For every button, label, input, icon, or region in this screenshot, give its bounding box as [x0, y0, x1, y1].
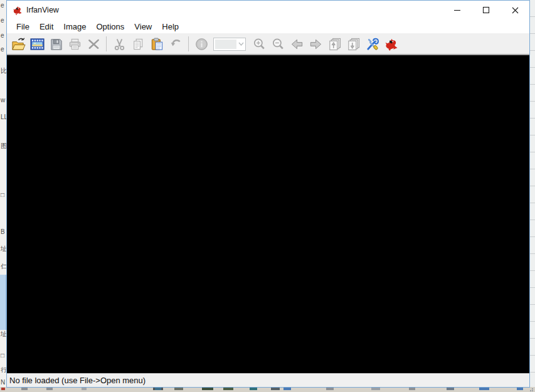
minimize-button[interactable] [443, 1, 472, 19]
irfanview-window: IrfanView [6, 0, 530, 388]
chevron-down-icon [238, 42, 244, 46]
arrow-right-icon [309, 37, 323, 51]
properties-button[interactable] [363, 35, 381, 53]
info-circle-icon [194, 37, 209, 51]
paste-clipboard-icon [150, 37, 164, 51]
bg-icon-fragment [46, 388, 53, 390]
menu-file[interactable]: File [11, 21, 34, 33]
save-button[interactable] [46, 35, 65, 53]
copy-pages-icon [131, 37, 146, 51]
bg-text-fragment: 址 [1, 246, 6, 252]
bg-icon-fragment [223, 388, 233, 390]
close-button[interactable] [501, 1, 529, 19]
bg-text-fragment: 图 [1, 143, 6, 149]
info-button[interactable] [192, 35, 211, 53]
last-page-button[interactable] [344, 35, 363, 53]
copy-button[interactable] [129, 35, 147, 53]
previous-image-button[interactable] [287, 35, 306, 53]
zoom-combobox[interactable] [213, 38, 246, 51]
menu-view[interactable]: View [129, 21, 157, 33]
first-page-button[interactable] [325, 35, 344, 53]
delete-x-icon [87, 37, 101, 51]
bg-text-fragment: □ [1, 192, 4, 198]
slideshow-button[interactable] [28, 35, 46, 53]
bg-icon-fragment [326, 388, 334, 390]
minimize-icon [453, 6, 461, 14]
menu-help[interactable]: Help [157, 21, 184, 33]
zoom-out-icon [271, 37, 285, 51]
maximize-button[interactable] [472, 1, 501, 19]
arrow-left-icon [290, 37, 304, 51]
image-canvas[interactable] [7, 55, 529, 373]
bg-icon-fragment [155, 388, 161, 390]
resize-grip [530, 388, 534, 391]
zoom-out-button[interactable] [268, 35, 287, 53]
bg-text-fragment: e [1, 18, 4, 24]
pages-arrow-down-icon [346, 37, 361, 51]
bg-icon-fragment [202, 388, 213, 390]
next-image-button[interactable] [306, 35, 325, 53]
cut-button[interactable] [110, 35, 129, 53]
menu-options[interactable]: Options [92, 21, 130, 33]
print-button[interactable] [65, 35, 84, 53]
bg-icon-fragment [517, 388, 523, 390]
paste-button[interactable] [147, 35, 166, 53]
toolbar-separator [188, 36, 189, 51]
menu-edit[interactable]: Edit [34, 21, 58, 33]
maximize-icon [482, 6, 490, 14]
undo-arrow-icon [169, 37, 183, 51]
menu-bar: File Edit Image Options View Help [7, 19, 529, 34]
bg-text-fragment: 比 [1, 68, 6, 74]
window-controls [443, 1, 529, 19]
toolbar [7, 34, 529, 55]
slideshow-icon [30, 37, 45, 51]
bg-icon-fragment [447, 388, 454, 390]
toolbar-separator [106, 36, 107, 51]
bg-icon-fragment [371, 388, 380, 390]
background-app-bottom-sliver [0, 387, 535, 392]
bg-icon-fragment [174, 388, 183, 390]
wrench-screwdriver-icon [365, 37, 379, 51]
open-button[interactable] [9, 35, 28, 53]
undo-button[interactable] [166, 35, 185, 53]
printer-icon [68, 37, 82, 51]
zoom-value-input[interactable] [215, 40, 236, 49]
screen: e e e e 比 w LL 图 □ B 址 仁 址 □ 行 N [0, 0, 535, 392]
bg-selection-highlight [0, 275, 6, 330]
bg-icon-fragment [1, 388, 5, 390]
status-text: No file loaded (use File->Open menu) [9, 376, 146, 385]
bg-icon-fragment [283, 388, 291, 390]
bg-text-fragment: e [1, 33, 4, 39]
bg-text-fragment: w [1, 97, 5, 103]
bg-text-fragment: e [1, 46, 4, 53]
bg-icon-fragment [271, 388, 280, 390]
save-floppy-icon [49, 37, 63, 51]
irfanview-logo-icon [12, 5, 23, 16]
background-window-right-sliver [530, 0, 535, 388]
about-button[interactable] [381, 35, 400, 53]
pages-arrow-up-icon [327, 37, 342, 51]
bg-icon-fragment [479, 388, 489, 390]
close-icon [511, 6, 519, 14]
window-title: IrfanView [26, 6, 59, 14]
bg-text-fragment: B [1, 229, 5, 235]
bg-text-fragment: 仁 [1, 263, 6, 270]
background-window-left-sliver: e e e e 比 w LL 图 □ B 址 仁 址 □ 行 N [0, 0, 6, 388]
bg-icon-fragment [82, 388, 87, 390]
title-bar[interactable]: IrfanView [7, 1, 529, 19]
bg-text-fragment: 行 [1, 367, 6, 373]
zoom-in-button[interactable] [250, 35, 268, 53]
bg-text-fragment: □ [1, 352, 4, 359]
menu-image[interactable]: Image [58, 21, 91, 33]
open-folder-icon [11, 37, 26, 51]
bg-icon-fragment [21, 388, 28, 390]
scissors-icon [112, 37, 127, 51]
irfanview-red-icon [384, 37, 398, 51]
status-bar: No file loaded (use File->Open menu) [7, 373, 529, 387]
bg-text-fragment: e [1, 3, 4, 9]
bg-text-fragment: 址 [1, 331, 6, 337]
bg-icon-fragment [409, 388, 415, 390]
bg-icon-fragment [250, 388, 257, 390]
delete-button[interactable] [84, 35, 103, 53]
bg-text-fragment: LL [1, 114, 6, 120]
